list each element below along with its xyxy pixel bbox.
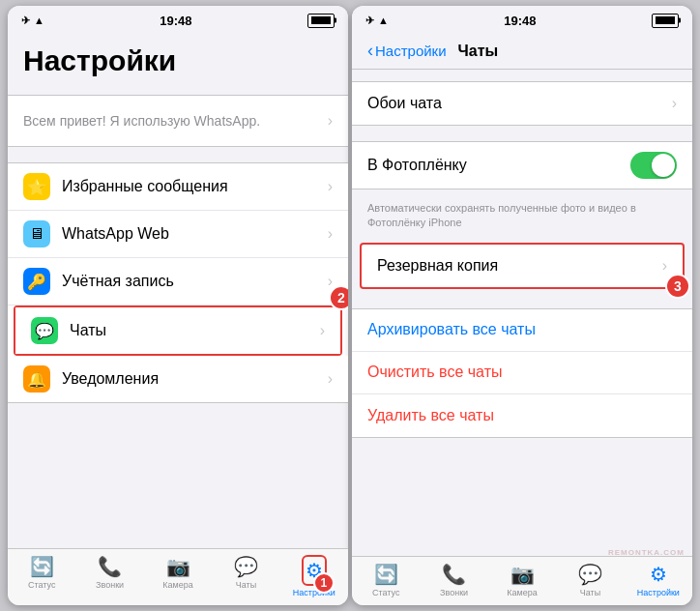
- tab-status-1[interactable]: 🔄 Статус: [8, 555, 75, 597]
- time-1: 19:48: [160, 14, 191, 28]
- section-wallpaper: Обои чата ›: [352, 81, 692, 126]
- page-header-1: Настройки: [8, 33, 348, 87]
- action-archive-all[interactable]: Архивировать все чаты: [352, 309, 692, 352]
- step-2-circle: 2: [329, 285, 348, 310]
- tab-bar-2: 🔄 Статус 📞 Звонки 📷 Камера 💬 Чаты ⚙ Наст…: [352, 556, 692, 605]
- page-title-1: Настройки: [23, 41, 333, 81]
- clear-all-label: Очистить все чаты: [367, 364, 502, 381]
- section-camera-roll: В Фотоплёнку: [352, 141, 692, 189]
- phone-1: ✈ ▲ 19:48 Настройки Всем привет! Я испол…: [8, 6, 348, 605]
- account-chevron: ›: [328, 273, 333, 290]
- notifications-chevron: ›: [328, 370, 333, 388]
- bell-icon: 🔔: [27, 370, 46, 389]
- status-tab-label-1: Статус: [28, 580, 55, 590]
- backup-chevron: ›: [662, 257, 667, 275]
- notifications-icon-box: 🔔: [23, 365, 50, 393]
- profile-item[interactable]: Всем привет! Я использую WhatsApp. ›: [8, 95, 348, 147]
- nav-title-2: Чаты: [458, 43, 499, 60]
- nav-header-2: ‹ Настройки Чаты: [352, 33, 692, 70]
- camera-roll-desc: Автоматически сохранять полученные фото …: [352, 197, 692, 239]
- settings-item-favorites[interactable]: ⭐ Избранные сообщения ›: [8, 163, 348, 211]
- calls-tab-icon-1: 📞: [98, 555, 122, 578]
- settings-item-chats[interactable]: 💬 Чаты ›: [15, 307, 340, 354]
- step-1-circle: 1: [313, 572, 335, 594]
- tab-camera-2[interactable]: 📷 Камера: [488, 563, 556, 597]
- settings-menu: ⭐ Избранные сообщения › 🖥 WhatsApp Web ›…: [8, 162, 348, 403]
- calls-tab-icon-2: 📞: [442, 563, 466, 586]
- camera-tab-label-2: Камера: [507, 588, 537, 597]
- chats-tab-label-2: Чаты: [580, 588, 600, 597]
- archive-all-label: Архивировать все чаты: [367, 321, 536, 338]
- monitor-icon: 🖥: [29, 225, 44, 243]
- tab-chats-1[interactable]: 💬 Чаты: [212, 555, 279, 597]
- account-icon-box: 🔑: [23, 268, 50, 295]
- wifi-icon: ▲: [34, 15, 44, 26]
- settings-tab-label-2: Настройки: [637, 588, 680, 597]
- status-tab-icon-2: 🔄: [374, 563, 398, 586]
- chats-label: Чаты: [70, 322, 320, 339]
- airplane-icon: ✈: [21, 15, 30, 27]
- tab-calls-2[interactable]: 📞 Звонки: [420, 563, 487, 597]
- action-clear-all[interactable]: Очистить все чаты: [352, 352, 692, 394]
- action-delete-all[interactable]: Удалить все чаты: [352, 394, 692, 437]
- chats-icon-box: 💬: [31, 317, 58, 344]
- battery-icon-1: [307, 14, 335, 28]
- camera-tab-label-1: Камера: [162, 580, 192, 590]
- chat-icon: 💬: [35, 322, 54, 340]
- status-bar-1: ✈ ▲ 19:48: [8, 6, 348, 33]
- settings-item-camera-roll[interactable]: В Фотоплёнку: [352, 142, 692, 189]
- settings-tab-icon-2: ⚙: [650, 563, 667, 586]
- whatsapp-web-icon-box: 🖥: [23, 220, 50, 247]
- chats-tab-label-1: Чаты: [236, 580, 256, 590]
- status-tab-icon-1: 🔄: [30, 555, 54, 578]
- calls-tab-label-2: Звонки: [440, 588, 468, 597]
- favorites-icon-box: ⭐: [23, 173, 50, 200]
- camera-tab-icon-1: 📷: [166, 555, 190, 578]
- favorites-label: Избранные сообщения: [62, 178, 328, 195]
- backup-label: Резервная копия: [377, 257, 662, 275]
- whatsapp-web-label: WhatsApp Web: [62, 225, 328, 243]
- settings-item-notifications[interactable]: 🔔 Уведомления ›: [8, 356, 348, 402]
- time-2: 19:48: [504, 14, 536, 28]
- back-button-2[interactable]: ‹ Настройки: [367, 41, 447, 61]
- tab-settings-1[interactable]: ⚙ 1 Настройки: [280, 555, 348, 597]
- profile-text: Всем привет! Я использую WhatsApp.: [23, 113, 328, 129]
- camera-tab-icon-2: 📷: [510, 563, 535, 586]
- camera-roll-label: В Фотоплёнку: [367, 157, 630, 174]
- delete-all-label: Удалить все чаты: [367, 407, 494, 424]
- battery-icon-2: [652, 14, 679, 28]
- wallpaper-chevron: ›: [672, 95, 677, 112]
- toggle-knob: [652, 154, 675, 177]
- star-icon: ⭐: [27, 178, 46, 196]
- account-label: Учётная запись: [62, 273, 328, 290]
- settings-item-chats-wrapper: 💬 Чаты ›: [14, 306, 342, 356]
- back-arrow-icon: ‹: [367, 41, 373, 61]
- calls-tab-label-1: Звонки: [96, 580, 124, 590]
- favorites-chevron: ›: [328, 178, 333, 195]
- notifications-label: Уведомления: [62, 370, 328, 388]
- tab-settings-2[interactable]: ⚙ Настройки: [625, 563, 692, 597]
- chats-tab-icon-2: 💬: [578, 563, 602, 586]
- camera-roll-toggle[interactable]: [630, 152, 677, 179]
- chats-tab-icon-1: 💬: [234, 555, 258, 578]
- settings-item-account[interactable]: 🔑 Учётная запись › 2: [8, 258, 348, 306]
- chats-chevron: ›: [320, 322, 325, 339]
- airplane-icon-2: ✈: [365, 15, 374, 27]
- step-3-circle: 3: [665, 274, 690, 299]
- tab-chats-2[interactable]: 💬 Чаты: [556, 563, 624, 597]
- settings-item-whatsapp-web[interactable]: 🖥 WhatsApp Web ›: [8, 211, 348, 258]
- section-actions: Архивировать все чаты Очистить все чаты …: [352, 308, 692, 438]
- wallpaper-label: Обои чата: [367, 95, 672, 112]
- key-icon: 🔑: [27, 273, 46, 291]
- tab-bar-1: 🔄 Статус 📞 Звонки 📷 Камера 💬 Чаты ⚙ 1: [8, 548, 348, 605]
- settings-item-backup[interactable]: Резервная копия ›: [362, 245, 683, 287]
- wifi-icon-2: ▲: [378, 15, 389, 26]
- tab-camera-1[interactable]: 📷 Камера: [144, 555, 212, 597]
- tab-status-2[interactable]: 🔄 Статус: [352, 563, 420, 597]
- tab-calls-1[interactable]: 📞 Звонки: [75, 555, 143, 597]
- settings-item-wallpaper[interactable]: Обои чата ›: [352, 82, 692, 125]
- section-backup-wrapper: Резервная копия › 3: [352, 243, 692, 289]
- whatsapp-web-chevron: ›: [328, 225, 333, 243]
- status-bar-2: ✈ ▲ 19:48: [352, 6, 692, 33]
- phone-2: ✈ ▲ 19:48 ‹ Настройки Чаты Обои чата: [352, 6, 692, 605]
